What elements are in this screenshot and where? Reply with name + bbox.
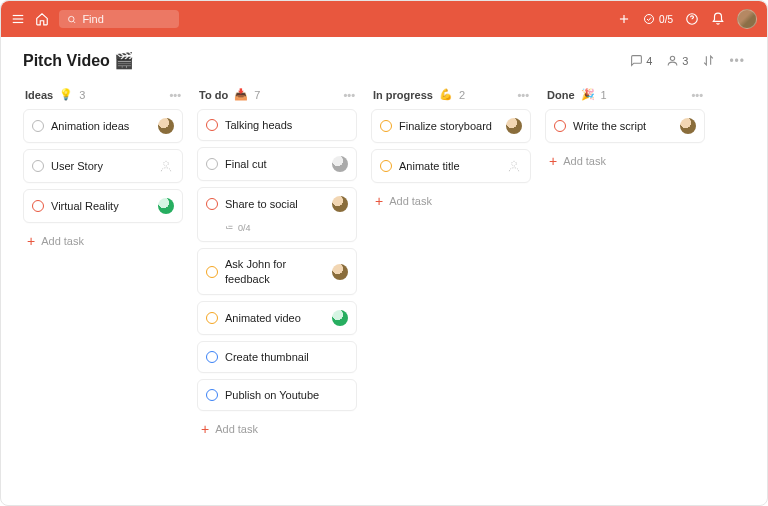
complete-ring-icon[interactable] — [206, 198, 218, 210]
complete-ring-icon[interactable] — [206, 351, 218, 363]
complete-ring-icon[interactable] — [554, 120, 566, 132]
task-card[interactable]: Ask John for feedback — [197, 248, 357, 295]
svg-point-11 — [164, 161, 169, 166]
assignee-avatar[interactable] — [332, 156, 348, 172]
sort-icon — [702, 54, 715, 67]
complete-ring-icon[interactable] — [32, 160, 44, 172]
assignee-avatar[interactable] — [158, 118, 174, 134]
complete-ring-icon[interactable] — [206, 312, 218, 324]
complete-ring-icon[interactable] — [32, 200, 44, 212]
add-task-label: Add task — [215, 423, 258, 435]
comments-count: 4 — [646, 55, 652, 67]
assignee-avatar[interactable] — [506, 118, 522, 134]
menu-icon[interactable] — [11, 12, 25, 26]
column-in-progress: In progress💪2•••Finalize storyboardAnima… — [371, 84, 531, 213]
column-more-icon[interactable]: ••• — [691, 89, 703, 101]
svg-point-3 — [69, 16, 74, 21]
task-card[interactable]: Animate title — [371, 149, 531, 183]
task-card[interactable]: Create thumbnail — [197, 341, 357, 373]
task-card[interactable]: Talking heads — [197, 109, 357, 141]
task-card[interactable]: Animation ideas — [23, 109, 183, 143]
column-emoji: 🎉 — [581, 88, 595, 101]
comments-button[interactable]: 4 — [630, 54, 652, 67]
svg-line-4 — [73, 21, 75, 23]
complete-ring-icon[interactable] — [380, 160, 392, 172]
task-card[interactable]: Publish on Youtube — [197, 379, 357, 411]
bell-icon[interactable] — [711, 12, 725, 26]
task-card[interactable]: Final cut — [197, 147, 357, 181]
board: Ideas💡3•••Animation ideasUser StoryVirtu… — [1, 78, 767, 505]
task-title: Talking heads — [225, 118, 348, 132]
home-icon[interactable] — [35, 12, 49, 26]
task-card[interactable]: Share to social0/4 — [197, 187, 357, 242]
assignee-avatar[interactable] — [332, 196, 348, 212]
subtask-icon — [225, 224, 234, 233]
sort-button[interactable] — [702, 54, 715, 67]
add-task-label: Add task — [563, 155, 606, 167]
complete-ring-icon[interactable] — [380, 120, 392, 132]
plus-icon: + — [27, 235, 35, 247]
column-more-icon[interactable]: ••• — [517, 89, 529, 101]
members-button[interactable]: 3 — [666, 54, 688, 67]
add-icon[interactable] — [617, 12, 631, 26]
column-count: 3 — [79, 89, 85, 101]
add-task-button[interactable]: +Add task — [371, 189, 531, 213]
progress-pill[interactable]: 0/5 — [643, 13, 673, 25]
column-header[interactable]: To do📥7••• — [197, 84, 357, 109]
task-card[interactable]: Finalize storyboard — [371, 109, 531, 143]
assignee-avatar[interactable] — [332, 310, 348, 326]
svg-point-12 — [512, 161, 517, 166]
subtask-count: 0/4 — [206, 223, 348, 233]
task-card[interactable]: User Story — [23, 149, 183, 183]
search-input[interactable] — [82, 13, 171, 25]
task-card[interactable]: Virtual Reality — [23, 189, 183, 223]
assignee-placeholder-icon[interactable] — [506, 158, 522, 174]
task-title: Ask John for feedback — [225, 257, 325, 286]
add-task-button[interactable]: +Add task — [23, 229, 183, 253]
task-card[interactable]: Animated video — [197, 301, 357, 335]
column-count: 2 — [459, 89, 465, 101]
search-box[interactable] — [59, 10, 179, 28]
task-card[interactable]: Write the script — [545, 109, 705, 143]
task-title: Animation ideas — [51, 119, 151, 133]
add-task-label: Add task — [389, 195, 432, 207]
help-icon[interactable] — [685, 12, 699, 26]
plus-icon: + — [375, 195, 383, 207]
column-name: Done — [547, 89, 575, 101]
user-avatar[interactable] — [737, 9, 757, 29]
task-title: Animated video — [225, 311, 325, 325]
project-header: Pitch Video 🎬 4 3 ••• — [1, 37, 767, 78]
task-title: Create thumbnail — [225, 350, 348, 364]
project-more-icon[interactable]: ••• — [729, 54, 745, 68]
column-count: 1 — [601, 89, 607, 101]
complete-ring-icon[interactable] — [32, 120, 44, 132]
plus-icon: + — [201, 423, 209, 435]
project-title: Pitch Video 🎬 — [23, 51, 134, 70]
complete-ring-icon[interactable] — [206, 158, 218, 170]
comment-icon — [630, 54, 643, 67]
assignee-avatar[interactable] — [158, 198, 174, 214]
person-icon — [666, 54, 679, 67]
complete-ring-icon[interactable] — [206, 389, 218, 401]
column-more-icon[interactable]: ••• — [169, 89, 181, 101]
complete-ring-icon[interactable] — [206, 119, 218, 131]
column-header[interactable]: In progress💪2••• — [371, 84, 531, 109]
complete-ring-icon[interactable] — [206, 266, 218, 278]
add-task-button[interactable]: +Add task — [197, 417, 357, 441]
add-task-button[interactable]: +Add task — [545, 149, 705, 173]
column-more-icon[interactable]: ••• — [343, 89, 355, 101]
task-title: Animate title — [399, 159, 499, 173]
column-count: 7 — [254, 89, 260, 101]
top-bar: 0/5 — [1, 1, 767, 37]
members-count: 3 — [682, 55, 688, 67]
column-header[interactable]: Done🎉1••• — [545, 84, 705, 109]
column-to-do: To do📥7•••Talking headsFinal cutShare to… — [197, 84, 357, 441]
task-title: Final cut — [225, 157, 325, 171]
svg-point-7 — [645, 15, 654, 24]
assignee-avatar[interactable] — [680, 118, 696, 134]
column-emoji: 📥 — [234, 88, 248, 101]
assignee-avatar[interactable] — [332, 264, 348, 280]
assignee-placeholder-icon[interactable] — [158, 158, 174, 174]
task-title: Finalize storyboard — [399, 119, 499, 133]
column-header[interactable]: Ideas💡3••• — [23, 84, 183, 109]
